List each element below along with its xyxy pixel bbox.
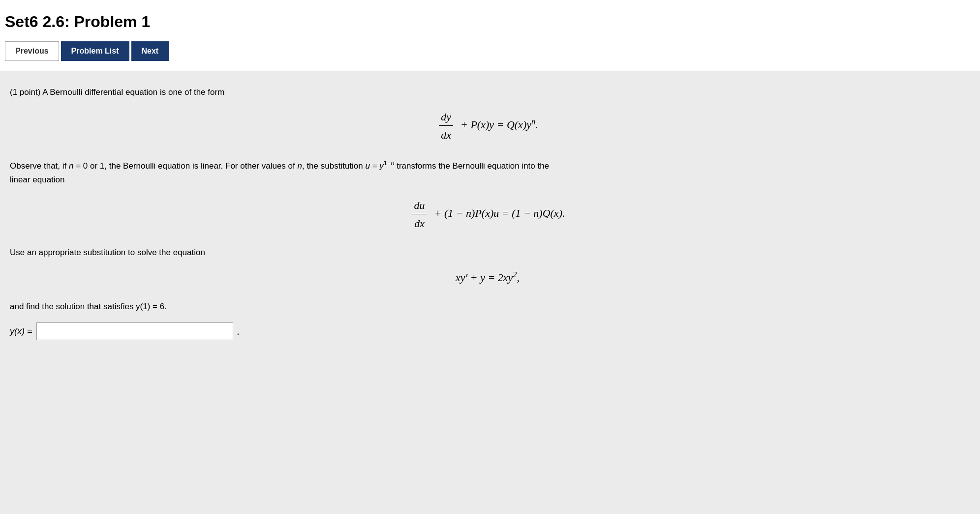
- answer-input[interactable]: [36, 322, 233, 340]
- du-dx-fraction: du dx: [412, 197, 427, 232]
- bernoulli-equation: dy dx + P(x)y = Q(x)yn.: [10, 109, 965, 143]
- specific-equation: xy′ + y = 2xy2,: [10, 268, 965, 285]
- page-wrapper: Set6 2.6: Problem 1 Previous Problem Lis…: [0, 0, 980, 524]
- linear-equation: du dx + (1 − n)P(x)u = (1 − n)Q(x).: [10, 197, 965, 232]
- use-substitution-text: Use an appropriate substitution to solve…: [10, 246, 965, 259]
- problem-intro: (1 point) A Bernoulli differential equat…: [10, 86, 965, 99]
- answer-row: y(x) = .: [10, 322, 965, 340]
- observe-text: Observe that, if n = 0 or 1, the Bernoul…: [10, 158, 965, 187]
- previous-button[interactable]: Previous: [5, 41, 59, 61]
- and-find-text: and find the solution that satisfies y(1…: [10, 300, 965, 313]
- header: Set6 2.6: Problem 1 Previous Problem Lis…: [0, 0, 980, 71]
- answer-period: .: [237, 324, 240, 339]
- answer-label: y(x) =: [10, 325, 32, 338]
- content-area: (1 point) A Bernoulli differential equat…: [0, 71, 980, 514]
- next-button[interactable]: Next: [131, 41, 169, 61]
- dy-dx-fraction: dy dx: [439, 109, 453, 143]
- nav-buttons: Previous Problem List Next: [5, 41, 970, 61]
- page-title: Set6 2.6: Problem 1: [5, 10, 970, 33]
- problem-list-button[interactable]: Problem List: [61, 41, 129, 61]
